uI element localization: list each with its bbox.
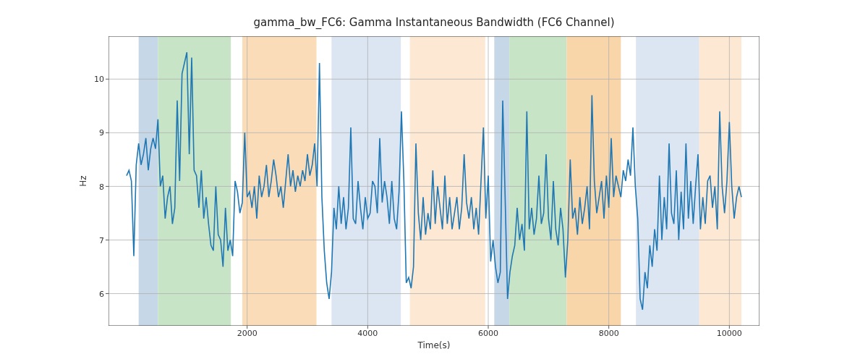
y-tick-label: 10 xyxy=(75,75,104,84)
shaded-region xyxy=(509,36,566,326)
x-tick-label: 6000 xyxy=(467,329,510,338)
shaded-region xyxy=(699,36,741,326)
y-tick-label: 9 xyxy=(75,128,104,138)
shaded-region xyxy=(331,36,401,326)
line-chart-svg xyxy=(109,36,760,326)
x-tick-label: 2000 xyxy=(226,329,269,338)
shaded-region xyxy=(158,36,231,326)
x-tick-label: 10000 xyxy=(707,329,751,338)
x-tick-label: 8000 xyxy=(587,329,631,338)
chart-title: gamma_bw_FC6: Gamma Instantaneous Bandwi… xyxy=(0,16,868,29)
x-axis-label: Time(s) xyxy=(109,340,760,350)
figure: gamma_bw_FC6: Gamma Instantaneous Bandwi… xyxy=(0,0,868,362)
y-tick-label: 8 xyxy=(75,182,104,191)
x-tick-label: 4000 xyxy=(346,329,389,338)
y-tick-label: 6 xyxy=(75,289,104,298)
shaded-region xyxy=(410,36,485,326)
shaded-region xyxy=(139,36,158,326)
y-tick-label: 7 xyxy=(75,235,104,245)
plot-area xyxy=(109,36,760,326)
